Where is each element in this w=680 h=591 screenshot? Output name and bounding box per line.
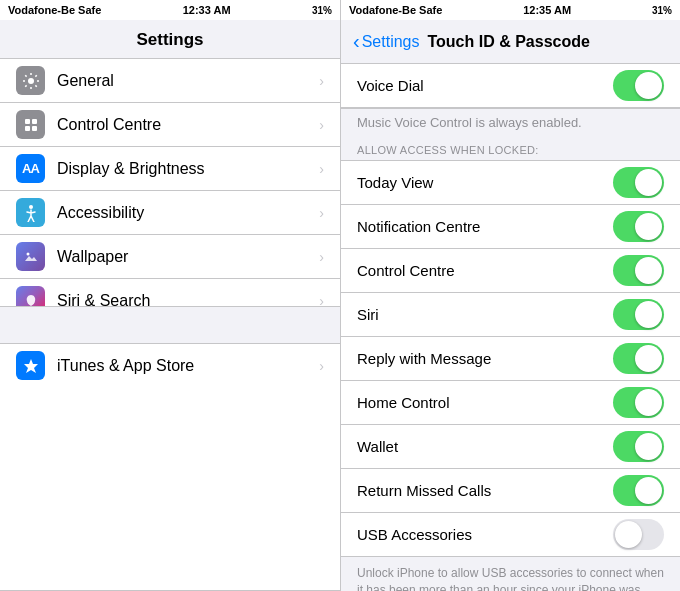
settings-item-control-centre[interactable]: Control Centre ›: [0, 103, 340, 147]
right-content: Voice Dial Music Voice Control is always…: [341, 64, 680, 591]
control-centre-toggle-row: Control Centre: [341, 249, 680, 293]
control-centre-icon: [16, 110, 45, 139]
wallet-label: Wallet: [357, 438, 398, 455]
home-control-label: Home Control: [357, 394, 450, 411]
back-chevron-icon: ‹: [353, 30, 360, 53]
today-view-label: Today View: [357, 174, 433, 191]
siri-icon: [16, 286, 45, 307]
return-missed-calls-row: Return Missed Calls: [341, 469, 680, 513]
wallpaper-icon: [16, 242, 45, 271]
svg-point-5: [29, 205, 33, 209]
siri-label: Siri & Search: [57, 292, 319, 307]
wallpaper-label: Wallpaper: [57, 248, 319, 266]
today-view-row: Today View: [341, 161, 680, 205]
left-time: 12:33 AM: [183, 4, 231, 16]
settings-list: General › Control Centre › AA Display & …: [0, 58, 340, 307]
settings-item-display[interactable]: AA Display & Brightness ›: [0, 147, 340, 191]
svg-rect-3: [25, 126, 30, 131]
notification-centre-row: Notification Centre: [341, 205, 680, 249]
left-status-bar: Vodafone-Be Safe 12:33 AM 31%: [0, 0, 340, 20]
reply-message-row: Reply with Message: [341, 337, 680, 381]
home-control-row: Home Control: [341, 381, 680, 425]
usb-accessories-toggle[interactable]: [613, 519, 664, 550]
control-centre-toggle[interactable]: [613, 255, 664, 286]
notification-centre-toggle[interactable]: [613, 211, 664, 242]
itunes-icon: [16, 351, 45, 380]
back-button[interactable]: ‹ Settings: [353, 30, 419, 53]
settings-item-wallpaper[interactable]: Wallpaper ›: [0, 235, 340, 279]
back-label: Settings: [362, 33, 420, 51]
voice-dial-label: Voice Dial: [357, 77, 424, 94]
return-missed-calls-toggle[interactable]: [613, 475, 664, 506]
toggle-group: Today View Notification Centre Control C…: [341, 160, 680, 557]
usb-accessories-row: USB Accessories: [341, 513, 680, 557]
toggle-knob: [635, 72, 662, 99]
right-carrier: Vodafone-Be Safe: [349, 4, 442, 16]
siri-toggle-row: Siri: [341, 293, 680, 337]
settings-item-general[interactable]: General ›: [0, 59, 340, 103]
left-battery: 31%: [312, 5, 332, 16]
general-chevron: ›: [319, 73, 324, 89]
wallet-toggle[interactable]: [613, 431, 664, 462]
svg-rect-1: [25, 119, 30, 124]
itunes-label: iTunes & App Store: [57, 357, 319, 375]
display-label: Display & Brightness: [57, 160, 319, 178]
settings-item-siri[interactable]: Siri & Search ›: [0, 279, 340, 307]
control-centre-label: Control Centre: [57, 116, 319, 134]
wallet-row: Wallet: [341, 425, 680, 469]
settings-list-bottom: iTunes & App Store ›: [0, 343, 340, 592]
usb-note-text: Unlock iPhone to allow USB accessories t…: [357, 566, 664, 591]
siri-toggle[interactable]: [613, 299, 664, 330]
today-view-toggle[interactable]: [613, 167, 664, 198]
svg-rect-2: [32, 119, 37, 124]
svg-point-6: [26, 252, 29, 255]
reply-message-label: Reply with Message: [357, 350, 491, 367]
svg-point-0: [28, 78, 34, 84]
control-centre-toggle-label: Control Centre: [357, 262, 455, 279]
usb-accessories-label: USB Accessories: [357, 526, 472, 543]
display-icon: AA: [16, 154, 45, 183]
voice-dial-note: Music Voice Control is always enabled.: [341, 109, 680, 138]
left-panel: Vodafone-Be Safe 12:33 AM 31% Settings G…: [0, 0, 340, 591]
reply-message-toggle[interactable]: [613, 343, 664, 374]
settings-item-itunes[interactable]: iTunes & App Store ›: [0, 344, 340, 388]
voice-dial-toggle[interactable]: [613, 70, 664, 101]
right-status-bar: Vodafone-Be Safe 12:35 AM 31%: [341, 0, 680, 20]
siri-toggle-label: Siri: [357, 306, 379, 323]
general-icon: [16, 66, 45, 95]
settings-item-accessibility[interactable]: Accessibility ›: [0, 191, 340, 235]
right-nav-bar: ‹ Settings Touch ID & Passcode: [341, 20, 680, 64]
home-control-toggle[interactable]: [613, 387, 664, 418]
usb-note-box: Unlock iPhone to allow USB accessories t…: [341, 557, 680, 591]
left-screen-title: Settings: [0, 20, 340, 58]
settings-section-gap: [0, 307, 340, 343]
left-carrier: Vodafone-Be Safe: [8, 4, 101, 16]
accessibility-label: Accessibility: [57, 204, 319, 222]
notification-centre-label: Notification Centre: [357, 218, 480, 235]
svg-rect-4: [32, 126, 37, 131]
section-header: ALLOW ACCESS WHEN LOCKED:: [341, 138, 680, 160]
right-time: 12:35 AM: [523, 4, 571, 16]
voice-dial-row: Voice Dial: [341, 64, 680, 108]
accessibility-icon: [16, 198, 45, 227]
right-battery: 31%: [652, 5, 672, 16]
right-panel: Vodafone-Be Safe 12:35 AM 31% ‹ Settings…: [340, 0, 680, 591]
general-label: General: [57, 72, 319, 90]
return-missed-calls-label: Return Missed Calls: [357, 482, 491, 499]
right-nav-title: Touch ID & Passcode: [427, 33, 589, 51]
